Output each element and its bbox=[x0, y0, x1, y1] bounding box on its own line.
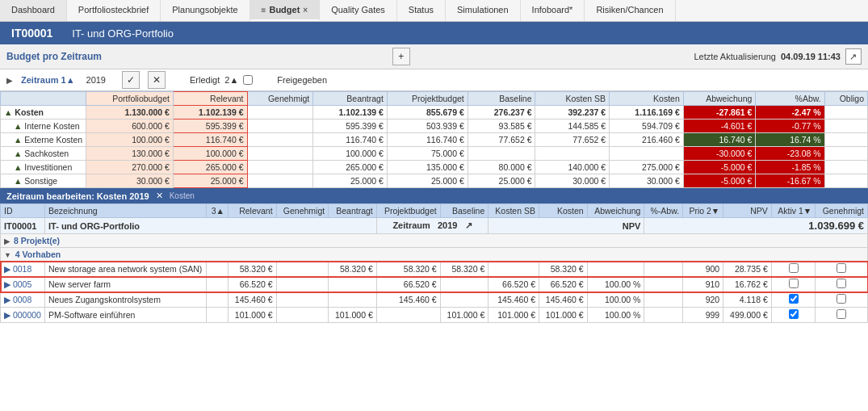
row-abweichung: 100.00 % bbox=[587, 308, 644, 323]
row-label-text: Kosten bbox=[15, 107, 44, 117]
lower-col-npv: NPV bbox=[723, 204, 772, 218]
menu-icon: ≡ bbox=[262, 6, 266, 15]
nav-planungsobjekte[interactable]: Planungsobjekte bbox=[161, 0, 249, 21]
cell-relevant: 100.000 € bbox=[173, 147, 247, 161]
lower-col-beantragt: Beantragt bbox=[329, 204, 377, 218]
cell-abweichung: 16.740 € bbox=[683, 133, 756, 147]
nav-bar: Dashboard Portfoliosteckbrief Planungsob… bbox=[0, 0, 868, 22]
upper-table-row: ▲ Investitionen 270.000 € 265.000 € 265.… bbox=[1, 161, 868, 174]
check-icon[interactable]: ✓ bbox=[122, 71, 140, 89]
nav-simulationen[interactable]: Simulationen bbox=[446, 0, 521, 21]
row-genehmigt2-cell[interactable] bbox=[816, 308, 868, 323]
nav-dashboard[interactable]: Dashboard bbox=[0, 0, 67, 21]
nav-status[interactable]: Status bbox=[397, 0, 446, 21]
row-bezeichnung: Neues Zugangskontrolsystem bbox=[45, 292, 207, 308]
freigegeben-label: Freigegeben bbox=[277, 75, 327, 85]
cell-baseline: 93.585 € bbox=[468, 120, 535, 133]
cell-kosten: 275.000 € bbox=[610, 161, 684, 174]
cell-pct-abw: -0.77 % bbox=[756, 120, 824, 133]
row-id[interactable]: ▶ 0008 bbox=[1, 292, 45, 308]
lower-col-bezeichnung: Bezeichnung bbox=[45, 204, 207, 218]
cancel-icon[interactable]: ✕ bbox=[148, 71, 166, 89]
cell-projektbudget: 116.740 € bbox=[387, 133, 468, 147]
cell-pct-abw: -23.08 % bbox=[756, 147, 824, 161]
cell-projektbudget: 503.939 € bbox=[387, 120, 468, 133]
aktiv-checkbox[interactable] bbox=[789, 279, 799, 288]
cell-pct-abw: -1.85 % bbox=[756, 161, 824, 174]
cell-pct-abw: -2.47 % bbox=[756, 106, 824, 120]
cell-baseline: 276.237 € bbox=[468, 106, 535, 120]
row-genehmigt2-cell[interactable] bbox=[816, 262, 868, 277]
expand-arrow[interactable]: ▶ bbox=[6, 76, 13, 85]
col-genehmigt: Genehmigt bbox=[247, 92, 313, 106]
row-npv: 4.118 € bbox=[723, 292, 772, 308]
aktiv-checkbox[interactable] bbox=[789, 294, 799, 304]
row-id[interactable]: ▶ 0005 bbox=[1, 277, 45, 292]
genehmigt-checkbox[interactable] bbox=[837, 309, 846, 319]
row-col3 bbox=[207, 262, 229, 277]
lower-col-3: 3▲ bbox=[207, 204, 229, 218]
row-bezeichnung: New storage area network system (SAN) bbox=[45, 262, 207, 277]
row-aktiv-cell[interactable] bbox=[771, 308, 815, 323]
row-genehmigt bbox=[276, 262, 329, 277]
lower-col-kosten: Kosten bbox=[539, 204, 587, 218]
nav-portfoliosteckbrief[interactable]: Portfoliosteckbrief bbox=[67, 0, 161, 21]
lower-section-title: Zeitraum bearbeiten: Kosten 2019 bbox=[6, 191, 149, 201]
row-label-text: Investitionen bbox=[24, 162, 72, 172]
group-label[interactable]: ▶ 8 Projekt(e) bbox=[1, 234, 868, 248]
col-projektbudget: Projektbudget bbox=[387, 92, 468, 106]
row-aktiv-cell[interactable] bbox=[771, 277, 815, 292]
row-prio: 900 bbox=[683, 262, 723, 277]
cell-kosten-sb: 140.000 € bbox=[535, 161, 610, 174]
group-row[interactable]: ▼ 4 Vorhaben bbox=[1, 248, 868, 262]
close-icon[interactable]: × bbox=[303, 6, 308, 15]
genehmigt-checkbox[interactable] bbox=[837, 279, 846, 288]
genehmigt-checkbox[interactable] bbox=[837, 294, 846, 304]
row-aktiv-cell[interactable] bbox=[771, 292, 815, 308]
lower-table: ID Bezeichnung 3▲ Relevant Genehmigt Bea… bbox=[0, 203, 868, 323]
aktiv-checkbox[interactable] bbox=[789, 263, 799, 273]
cell-baseline: 77.652 € bbox=[468, 133, 535, 147]
col-baseline: Baseline bbox=[468, 92, 535, 106]
add-icon[interactable]: + bbox=[392, 48, 410, 65]
cell-abweichung: -27.861 € bbox=[683, 106, 756, 120]
row-genehmigt2-cell[interactable] bbox=[816, 292, 868, 308]
nav-quality-gates[interactable]: Quality Gates bbox=[320, 0, 397, 21]
trend-icon: ▲ bbox=[14, 176, 22, 186]
lower-table-area: ID Bezeichnung 3▲ Relevant Genehmigt Bea… bbox=[0, 203, 868, 323]
col-beantragt: Beantragt bbox=[313, 92, 388, 106]
row-col3 bbox=[207, 277, 229, 292]
erledigt-checkbox[interactable] bbox=[243, 75, 253, 85]
lower-col-genehmigt: Genehmigt bbox=[276, 204, 329, 218]
row-baseline: 58.320 € bbox=[440, 262, 489, 277]
group-row[interactable]: ▶ 8 Projekt(e) bbox=[1, 234, 868, 248]
nav-budget-label: Budget bbox=[269, 5, 300, 15]
zeitraum-label[interactable]: Zeitraum 1▲ bbox=[21, 75, 75, 85]
row-genehmigt bbox=[276, 308, 329, 323]
cell-portfoliobudget: 600.000 € bbox=[86, 120, 174, 133]
it-summary-row: IT00001 IT- und ORG-Portfolio Zeitraum 2… bbox=[1, 218, 868, 234]
row-relevant: 58.320 € bbox=[228, 262, 276, 277]
row-aktiv-cell[interactable] bbox=[771, 262, 815, 277]
lower-close-icon[interactable]: ✕ bbox=[156, 191, 163, 201]
refresh-icon[interactable]: ↗ bbox=[845, 48, 862, 65]
lower-col-prio: Prio 2▼ bbox=[683, 204, 723, 218]
cell-portfoliobudget: 30.000 € bbox=[86, 174, 174, 188]
upper-table-row: ▲ Sonstige 30.000 € 25.000 € 25.000 € 25… bbox=[1, 174, 868, 188]
trend-icon: ▲ bbox=[14, 121, 22, 131]
cell-abweichung: -4.601 € bbox=[683, 120, 756, 133]
nav-infoboard[interactable]: Infoboard* bbox=[521, 0, 585, 21]
row-genehmigt2-cell[interactable] bbox=[816, 277, 868, 292]
row-id[interactable]: ▶ 000000 bbox=[1, 308, 45, 323]
cell-projektbudget: 135.000 € bbox=[387, 161, 468, 174]
cell-projektbudget: 75.000 € bbox=[387, 147, 468, 161]
aktiv-checkbox[interactable] bbox=[789, 309, 799, 319]
nav-risiken[interactable]: Risiken/Chancen bbox=[585, 0, 675, 21]
cell-abweichung: -30.000 € bbox=[683, 147, 756, 161]
erledigt-label: Erledigt bbox=[190, 75, 220, 85]
genehmigt-checkbox[interactable] bbox=[837, 263, 846, 273]
row-id[interactable]: ▶ 0018 bbox=[1, 262, 45, 277]
group-label[interactable]: ▼ 4 Vorhaben bbox=[1, 248, 868, 262]
nav-budget[interactable]: ≡ Budget × bbox=[250, 0, 321, 21]
cell-genehmigt bbox=[247, 106, 313, 120]
